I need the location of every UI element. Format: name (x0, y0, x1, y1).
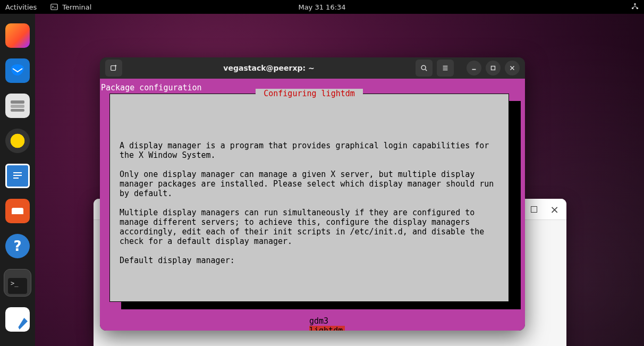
terminal-body[interactable]: Package configuration Configuring lightd… (100, 79, 525, 331)
dock: ? >_ (0, 14, 35, 346)
svg-rect-7 (13, 172, 22, 173)
files-icon (10, 99, 26, 113)
help-glyph: ? (13, 238, 21, 254)
svg-rect-5 (11, 105, 24, 108)
maximize-button[interactable] (486, 61, 501, 75)
topbar-app-label: Terminal (62, 3, 91, 11)
gnome-topbar: Activities Terminal May 31 16:34 (0, 0, 644, 14)
dock-rhythmbox[interactable] (5, 129, 30, 153)
svg-rect-0 (51, 4, 57, 10)
minimize-icon (470, 64, 478, 72)
hamburger-menu-button[interactable] (437, 60, 454, 77)
new-tab-icon (110, 64, 117, 72)
desktop-wallpaper: × vegastack@peerxp: ~ (35, 14, 644, 346)
maximize-icon (489, 64, 497, 72)
dock-libreoffice-writer[interactable] (5, 164, 30, 188)
dialog-paragraph: Only one display manager can manage a gi… (120, 170, 498, 198)
dock-firefox[interactable] (5, 23, 30, 48)
close-button[interactable] (505, 61, 520, 75)
minimize-button[interactable] (467, 61, 481, 75)
debconf-dialog: Configuring lightdm A display manager is… (109, 94, 509, 302)
svg-point-11 (421, 65, 426, 70)
dock-help[interactable]: ? (5, 234, 30, 258)
dock-ubuntu-software[interactable] (5, 199, 30, 223)
topbar-clock[interactable]: May 31 16:34 (298, 3, 345, 11)
dialog-paragraph: A display manager is a program that prov… (120, 141, 494, 160)
svg-point-1 (634, 3, 636, 5)
terminal-title: vegastack@peerxp: ~ (126, 64, 411, 72)
dialog-paragraph: Default display manager: (120, 256, 235, 265)
dialog-body: A display manager is a program that prov… (120, 131, 499, 275)
dialog-paragraph: Multiple display managers can run simult… (120, 208, 489, 246)
topbar-app-menu[interactable]: Terminal (50, 3, 91, 11)
svg-rect-8 (13, 175, 22, 176)
maximize-icon[interactable] (531, 206, 537, 213)
svg-rect-12 (492, 66, 495, 70)
topbar-left: Activities Terminal (5, 3, 91, 11)
new-tab-button[interactable] (105, 60, 122, 77)
option-gdm3[interactable]: gdm3 (309, 316, 328, 326)
dock-text-editor[interactable] (5, 307, 30, 332)
close-icon (509, 64, 516, 72)
close-button[interactable]: × (550, 203, 559, 216)
svg-rect-6 (11, 109, 24, 112)
dock-terminal[interactable]: >_ (4, 269, 31, 297)
dock-files[interactable] (5, 94, 30, 118)
thunderbird-icon (10, 63, 26, 79)
dock-thunderbird[interactable] (5, 58, 30, 83)
terminal-icon (50, 3, 58, 11)
hamburger-icon (442, 64, 449, 72)
writer-icon (11, 170, 24, 182)
dialog-options: gdm3 lightdm (120, 297, 499, 331)
activities-button[interactable]: Activities (5, 3, 37, 11)
search-icon (420, 64, 428, 72)
topbar-status-area[interactable] (631, 3, 639, 12)
dialog-legend: Configuring lightdm (256, 89, 363, 98)
option-lightdm[interactable]: lightdm (309, 326, 345, 331)
terminal-titlebar: vegastack@peerxp: ~ (100, 57, 525, 79)
terminal-prompt-glyph: >_ (8, 278, 27, 294)
svg-rect-10 (111, 66, 116, 71)
search-button[interactable] (416, 60, 433, 77)
svg-rect-9 (13, 178, 19, 179)
terminal-window: vegastack@peerxp: ~ P (100, 57, 525, 331)
network-icon (631, 3, 639, 10)
svg-rect-4 (11, 100, 24, 104)
